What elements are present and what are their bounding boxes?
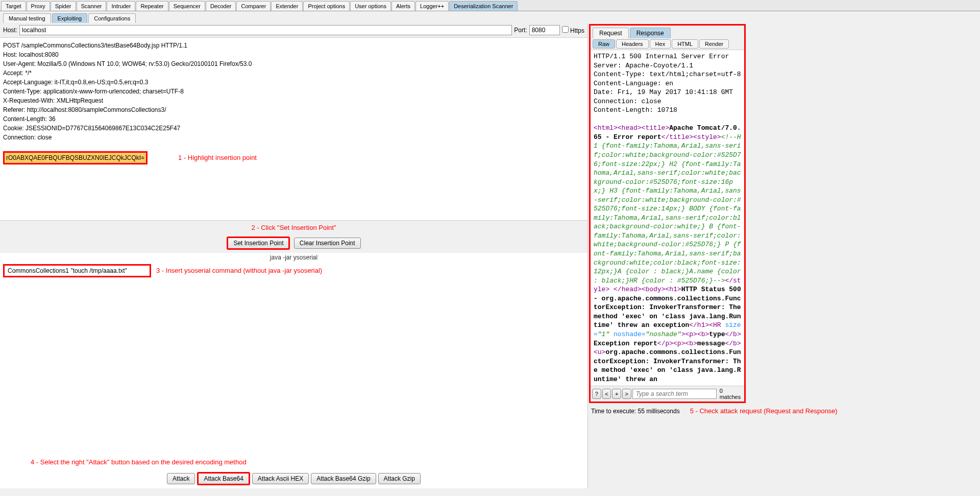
- main-tab-deserialization-scanner[interactable]: Deserialization Scanner: [449, 1, 518, 11]
- main-tab-user-options[interactable]: User options: [350, 1, 391, 11]
- view-tab-render[interactable]: Render: [699, 39, 729, 49]
- view-tab-hex[interactable]: Hex: [650, 39, 671, 49]
- search-next-button[interactable]: >: [622, 389, 631, 399]
- search-add-button[interactable]: +: [612, 389, 621, 399]
- main-tab-sequencer[interactable]: Sequencer: [169, 1, 205, 11]
- search-help-button[interactable]: ?: [592, 389, 601, 399]
- attack-button-attack-base64[interactable]: Attack Base64: [197, 472, 250, 485]
- annotation-1: 1 - Highlight insertion point: [178, 154, 257, 161]
- main-tab-bar: TargetProxySpiderScannerIntruderRepeater…: [0, 0, 980, 11]
- set-insertion-point-button[interactable]: Set Insertion Point: [227, 237, 290, 250]
- search-bar: ? < + > 0 matches: [591, 386, 744, 401]
- view-tab-html[interactable]: HTML: [672, 39, 698, 49]
- time-to-execute: Time to execute: 55 milliseconds: [591, 408, 680, 415]
- matches-count: 0 matches: [718, 388, 743, 400]
- ysoserial-label: java -jar ysoserial: [0, 253, 587, 262]
- port-label: Port:: [514, 27, 527, 34]
- ysoserial-command-input[interactable]: [3, 264, 151, 277]
- sub-tab-manual-testing[interactable]: Manual testing: [3, 13, 51, 23]
- main-tab-target[interactable]: Target: [1, 1, 26, 11]
- right-panel: RequestResponse RawHeadersHexHTMLRender …: [589, 24, 746, 403]
- sub-tab-configurations[interactable]: Configurations: [88, 13, 136, 23]
- view-tab-raw[interactable]: Raw: [593, 39, 615, 49]
- insertion-point-payload[interactable]: rO0ABXQAE0FBQUFBQSBUZXN0IEJCQkJCQkI=: [3, 151, 148, 164]
- annotation-2: 2 - Click "Set Insertion Point": [3, 224, 584, 231]
- https-checkbox-label[interactable]: Https: [562, 26, 584, 34]
- main-tab-alerts[interactable]: Alerts: [391, 1, 415, 11]
- main-tab-comparer[interactable]: Comparer: [236, 1, 271, 11]
- view-tab-headers[interactable]: Headers: [616, 39, 649, 49]
- https-checkbox[interactable]: [562, 26, 569, 33]
- attack-button-attack-base64-gzip[interactable]: Attack Base64 Gzip: [311, 473, 376, 484]
- search-prev-button[interactable]: <: [602, 389, 611, 399]
- response-body[interactable]: HTTP/1.1 500 Internal Server Error Serve…: [591, 50, 744, 386]
- attack-button-attack-gzip[interactable]: Attack Gzip: [378, 473, 421, 484]
- main-tab-spider[interactable]: Spider: [51, 1, 76, 11]
- left-panel: Host: Port: Https POST /sampleCommonsCol…: [0, 23, 588, 488]
- main-tab-project-options[interactable]: Project options: [303, 1, 350, 11]
- main-tab-intruder[interactable]: Intruder: [107, 1, 135, 11]
- annotation-5: 5 - Check attack request (Request and Re…: [690, 407, 838, 415]
- main-tab-extender[interactable]: Extender: [271, 1, 303, 11]
- sub-tab-bar: Manual testingExploitingConfigurations: [0, 11, 980, 23]
- main-tab-proxy[interactable]: Proxy: [27, 1, 50, 11]
- main-tab-logger-[interactable]: Logger++: [415, 1, 449, 11]
- attack-button-attack-ascii-hex[interactable]: Attack Ascii HEX: [252, 473, 309, 484]
- sub-tab-exploiting[interactable]: Exploiting: [52, 13, 88, 23]
- command-row: 3 - Insert ysoserial command (without ja…: [0, 262, 587, 279]
- attack-button-row: AttackAttack Base64Attack Ascii HEXAttac…: [0, 469, 587, 488]
- request-response-tabs: RequestResponse: [591, 26, 744, 38]
- annotation-3: 3 - Insert ysoserial command (without ja…: [156, 267, 322, 274]
- annotation-4: 4 - Select the right "Attack" button bas…: [0, 455, 587, 469]
- main-tab-repeater[interactable]: Repeater: [136, 1, 168, 11]
- reqres-tab-request[interactable]: Request: [593, 28, 629, 38]
- host-row: Host: Port: Https: [0, 23, 587, 38]
- main-tab-scanner[interactable]: Scanner: [77, 1, 107, 11]
- insertion-button-row: 2 - Click "Set Insertion Point" Set Inse…: [0, 220, 587, 253]
- request-editor[interactable]: POST /sampleCommonsCollections3/testBase…: [0, 38, 587, 220]
- attack-button-attack[interactable]: Attack: [167, 473, 195, 484]
- reqres-tab-response[interactable]: Response: [630, 28, 671, 38]
- host-label: Host:: [3, 27, 17, 34]
- main-tab-decoder[interactable]: Decoder: [206, 1, 236, 11]
- clear-insertion-point-button[interactable]: Clear Insertion Point: [294, 238, 361, 249]
- view-tabs: RawHeadersHexHTMLRender: [591, 38, 744, 50]
- port-input[interactable]: [529, 25, 560, 35]
- search-input[interactable]: [632, 389, 717, 399]
- host-input[interactable]: [19, 25, 512, 35]
- time-row: Time to execute: 55 milliseconds 5 - Che…: [588, 404, 980, 418]
